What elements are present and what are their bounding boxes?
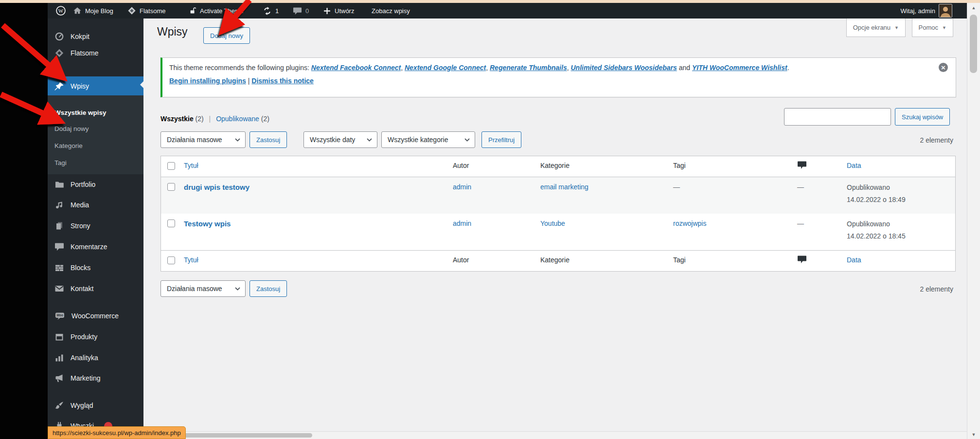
date-cell: Opublikowano 14.02.2022 o 18:49 — [847, 182, 906, 206]
chevron-down-icon — [464, 138, 470, 142]
select-all-checkbox[interactable] — [167, 162, 175, 170]
comment-bubble-icon — [797, 256, 807, 264]
plugin-link-nextend-facebook[interactable]: Nextend Facebook Connect — [311, 64, 401, 72]
comments-bubble-icon — [293, 7, 302, 15]
sidebar-item-woocommerce[interactable]: Woo WooCommerce — [48, 308, 143, 324]
admin-bar-my-account[interactable]: Witaj, admin — [900, 3, 952, 18]
submenu-all-posts[interactable]: Wszystkie wpisy — [48, 105, 143, 120]
categories-filter-select[interactable]: Wszystkie kategorie — [381, 131, 475, 148]
column-header-comments[interactable] — [797, 161, 807, 171]
row-checkbox[interactable] — [167, 220, 175, 227]
add-new-post-button[interactable]: Dodaj nowy — [203, 27, 250, 44]
filter-button[interactable]: Przefiltruj — [481, 131, 521, 148]
begin-installing-plugins-link[interactable]: Begin installing plugins — [169, 77, 246, 85]
wp-admin-bar: W Moje Blog Flatsome Activate Theme — [48, 3, 967, 18]
table-row: Testowy wpis admin Youtube rozwojwpis — … — [161, 214, 955, 250]
svg-text:Woo: Woo — [56, 313, 63, 317]
chevron-down-icon — [367, 138, 372, 142]
column-footer-categories: Kategorie — [540, 256, 570, 264]
date-cell: Opublikowano 14.02.2022 o 18:45 — [847, 218, 906, 242]
row-checkbox[interactable] — [167, 183, 175, 191]
svg-text:W: W — [58, 8, 64, 14]
sidebar-item-media[interactable]: Media — [48, 197, 143, 213]
sidebar-item-contact[interactable]: Kontakt — [48, 280, 143, 297]
view-published-link[interactable]: Opublikowane (2) — [216, 115, 269, 123]
media-icon — [54, 200, 64, 210]
paintbrush-icon — [54, 401, 64, 410]
chevron-down-icon: ▼ — [894, 25, 899, 30]
sidebar-item-marketing[interactable]: Marketing — [48, 370, 143, 386]
category-link[interactable]: email marketing — [540, 183, 588, 191]
plugin-link-unlimited-sidebars[interactable]: Unlimited Sidebars Woosidebars — [570, 64, 677, 72]
tag-link[interactable]: rozwojwpis — [673, 220, 706, 227]
flatsome-diamond-icon — [54, 48, 64, 58]
left-black-band — [0, 3, 48, 439]
apply-button-bottom[interactable]: Zastosuj — [249, 280, 287, 297]
submenu-add-new[interactable]: Dodaj nowy — [48, 121, 143, 136]
screen-options-tab[interactable]: Opcje ekranu ▼ — [846, 18, 906, 37]
posts-submenu: Wszystkie wpisy Dodaj nowy Kategorie Tag… — [48, 95, 143, 174]
admin-sidebar: Kokpit Flatsome Wpisy Wszystkie wpisy Do… — [48, 18, 143, 439]
column-footer-author: Autor — [453, 256, 469, 264]
admin-bar-flatsome[interactable]: Flatsome — [127, 3, 165, 18]
wp-logo-menu[interactable]: W — [55, 3, 66, 18]
sidebar-item-dashboard[interactable]: Kokpit — [48, 28, 143, 45]
megaphone-icon — [54, 373, 64, 383]
column-footer-tags: Tagi — [673, 256, 686, 264]
view-all-link[interactable]: Wszystkie (2) — [160, 115, 204, 123]
sidebar-item-flatsome[interactable]: Flatsome — [48, 45, 143, 61]
column-footer-comments[interactable] — [797, 256, 807, 266]
post-views-filter: Wszystkie (2) | Opublikowane (2) — [160, 115, 269, 123]
chevron-down-icon: ▼ — [942, 25, 946, 30]
admin-bar-new-content[interactable]: Utwórz — [323, 3, 354, 18]
admin-bar-comments[interactable]: 0 — [293, 3, 309, 18]
submenu-categories[interactable]: Kategorie — [48, 138, 143, 153]
envelope-icon — [54, 284, 64, 293]
sidebar-item-blocks[interactable]: Blocks — [48, 259, 143, 276]
scroll-up-icon[interactable]: ▲ — [967, 5, 980, 10]
admin-bar-updates[interactable]: 1 — [263, 3, 279, 18]
submenu-tags[interactable]: Tagi — [48, 155, 143, 170]
admin-bar-activate-theme[interactable]: Activate Theme — [189, 3, 244, 18]
admin-bar-site-name[interactable]: Moje Blog — [73, 3, 113, 18]
plugin-link-regenerate-thumbnails[interactable]: Regenerate Thumbnails — [490, 64, 567, 72]
chevron-down-icon — [235, 138, 240, 142]
tags-cell: — — [673, 183, 680, 191]
notice-line2: Begin installing plugins | Dismiss this … — [169, 77, 933, 85]
author-link[interactable]: admin — [453, 220, 471, 227]
bulk-actions-select-bottom[interactable]: Działania masowe — [160, 280, 246, 297]
apply-button[interactable]: Zastosuj — [249, 131, 287, 148]
column-header-date[interactable]: Data — [847, 162, 861, 169]
avatar — [939, 4, 952, 18]
sidebar-item-appearance[interactable]: Wygląd — [48, 397, 143, 414]
post-title-link[interactable]: drugi wpis testowy — [184, 183, 249, 191]
scroll-down-icon[interactable]: ▼ — [967, 432, 980, 437]
select-all-checkbox[interactable] — [167, 256, 175, 264]
vertical-scrollbar[interactable]: ▲ ▼ — [967, 3, 980, 439]
help-tab[interactable]: Pomoc ▼ — [912, 18, 953, 37]
search-posts-input[interactable] — [784, 108, 891, 126]
bar-chart-icon — [54, 353, 64, 363]
column-footer-date[interactable]: Data — [847, 256, 861, 264]
sidebar-item-comments[interactable]: Komentarze — [48, 238, 143, 255]
admin-bar-view-posts[interactable]: Zobacz wpisy — [372, 3, 410, 18]
post-title-link[interactable]: Testowy wpis — [184, 220, 231, 228]
sidebar-item-portfolio[interactable]: Portfolio — [48, 176, 143, 193]
column-header-title[interactable]: Tytuł — [184, 162, 198, 169]
sidebar-item-products[interactable]: Produkty — [48, 329, 143, 345]
sidebar-item-pages[interactable]: Strony — [48, 218, 143, 234]
dismiss-icon[interactable]: × — [939, 63, 948, 72]
bulk-actions-select[interactable]: Działania masowe — [160, 131, 246, 148]
sidebar-item-posts[interactable]: Wpisy — [48, 76, 143, 95]
category-link[interactable]: Youtube — [540, 220, 565, 227]
dismiss-notice-link[interactable]: Dismiss this notice — [251, 77, 314, 85]
plugin-link-nextend-google[interactable]: Nextend Google Connect — [405, 64, 486, 72]
sidebar-item-analytics[interactable]: Analityka — [48, 349, 143, 366]
dates-filter-select[interactable]: Wszystkie daty — [303, 131, 377, 148]
author-link[interactable]: admin — [453, 183, 471, 191]
search-posts-button[interactable]: Szukaj wpisów — [895, 108, 950, 126]
vertical-scrollbar-thumb[interactable] — [970, 15, 977, 73]
column-footer-title[interactable]: Tytuł — [184, 256, 198, 264]
unlock-icon — [189, 6, 196, 15]
plugin-link-yith-wishlist[interactable]: YITH WooCommerce Wishlist — [692, 64, 787, 72]
